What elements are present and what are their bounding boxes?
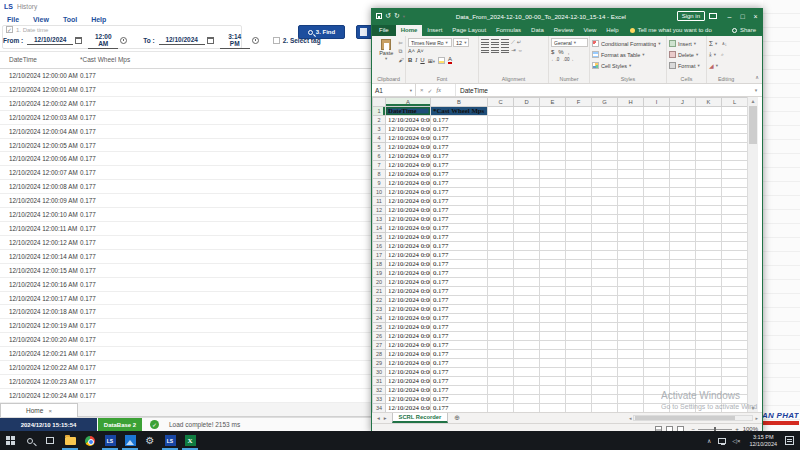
cell[interactable] — [566, 314, 592, 323]
cell[interactable] — [670, 314, 696, 323]
row-header[interactable]: 5 — [373, 143, 386, 152]
cell[interactable] — [644, 332, 670, 341]
row-header[interactable]: 24 — [373, 314, 386, 323]
cell[interactable]: 12/10/2024 0:00 — [386, 323, 431, 332]
cell[interactable] — [592, 107, 618, 116]
cell[interactable] — [722, 206, 748, 215]
cell[interactable]: 12/10/2024 0:00 — [386, 332, 431, 341]
cell[interactable] — [696, 179, 722, 188]
cell[interactable] — [488, 107, 514, 116]
cell[interactable] — [722, 386, 748, 395]
cell[interactable] — [722, 341, 748, 350]
cell[interactable] — [722, 350, 748, 359]
cell[interactable] — [514, 269, 540, 278]
cell[interactable]: 12/10/2024 0:00 — [386, 125, 431, 134]
cell[interactable] — [722, 224, 748, 233]
cell[interactable] — [488, 386, 514, 395]
row-header[interactable]: 17 — [373, 251, 386, 260]
cell[interactable] — [696, 125, 722, 134]
cell[interactable] — [670, 332, 696, 341]
cell[interactable] — [670, 188, 696, 197]
cell[interactable]: 12/10/2024 0:00 — [386, 368, 431, 377]
column-header[interactable]: G — [592, 98, 618, 107]
column-header[interactable]: B — [431, 98, 488, 107]
cell[interactable] — [566, 215, 592, 224]
cell[interactable] — [514, 341, 540, 350]
cell[interactable] — [566, 170, 592, 179]
cell[interactable] — [618, 305, 644, 314]
cell[interactable] — [618, 359, 644, 368]
cell[interactable] — [696, 287, 722, 296]
cell[interactable] — [566, 224, 592, 233]
cell[interactable] — [670, 404, 696, 413]
expand-formula-bar-icon[interactable]: ▾ — [750, 84, 762, 96]
cell[interactable] — [592, 143, 618, 152]
cell[interactable] — [618, 368, 644, 377]
cell[interactable] — [618, 107, 644, 116]
cell[interactable] — [722, 332, 748, 341]
cell[interactable] — [696, 215, 722, 224]
cell[interactable] — [696, 188, 722, 197]
cell[interactable] — [670, 161, 696, 170]
cell[interactable] — [696, 386, 722, 395]
row-header[interactable]: 7 — [373, 161, 386, 170]
cell[interactable] — [488, 116, 514, 125]
cell[interactable] — [514, 377, 540, 386]
cell[interactable] — [592, 233, 618, 242]
align-middle-icon[interactable] — [491, 39, 499, 45]
orientation-icon[interactable]: ⟋ — [511, 39, 515, 46]
menu-help[interactable]: Help — [91, 16, 106, 23]
format-painter-icon[interactable]: 🖌 — [399, 57, 405, 63]
cell[interactable] — [644, 215, 670, 224]
cell[interactable] — [488, 350, 514, 359]
row-header[interactable]: 8 — [373, 170, 386, 179]
cell[interactable]: 0.177 — [431, 323, 488, 332]
cell[interactable] — [722, 251, 748, 260]
cell[interactable]: 12/10/2024 0:00 — [386, 287, 431, 296]
tab-data[interactable]: Data — [526, 25, 549, 36]
row-header[interactable]: 33 — [373, 395, 386, 404]
column-header[interactable]: D — [514, 98, 540, 107]
shrink-font-icon[interactable]: A˅ — [417, 48, 424, 54]
cell[interactable] — [592, 134, 618, 143]
cell[interactable] — [618, 395, 644, 404]
cell[interactable]: 0.177 — [431, 278, 488, 287]
cell[interactable] — [644, 296, 670, 305]
cell[interactable] — [488, 368, 514, 377]
cell[interactable] — [514, 197, 540, 206]
column-header[interactable]: E — [540, 98, 566, 107]
cell[interactable] — [618, 350, 644, 359]
cell[interactable] — [540, 305, 566, 314]
cell[interactable] — [644, 305, 670, 314]
cell[interactable] — [670, 368, 696, 377]
cell[interactable] — [696, 305, 722, 314]
cell[interactable] — [722, 278, 748, 287]
cell[interactable] — [488, 134, 514, 143]
row-header[interactable]: 27 — [373, 341, 386, 350]
sort-filter-icon[interactable]: ᴬ↓ — [722, 41, 727, 47]
scrollbar-thumb[interactable] — [749, 106, 757, 144]
cell[interactable] — [722, 188, 748, 197]
copy-icon[interactable]: ⧉ — [399, 48, 405, 55]
cell[interactable] — [670, 116, 696, 125]
cell[interactable] — [566, 152, 592, 161]
cell[interactable] — [566, 233, 592, 242]
cell[interactable] — [644, 278, 670, 287]
close-button[interactable]: × — [749, 13, 762, 20]
column-header[interactable]: C — [488, 98, 514, 107]
row-header[interactable]: 21 — [373, 287, 386, 296]
cell[interactable] — [540, 377, 566, 386]
cell[interactable]: 12/10/2024 0:00 — [386, 233, 431, 242]
redo-icon[interactable]: ↻ — [394, 12, 400, 20]
cell[interactable] — [644, 224, 670, 233]
cell[interactable] — [722, 368, 748, 377]
tab-help[interactable]: Help — [601, 25, 623, 36]
cell[interactable] — [722, 134, 748, 143]
cell[interactable] — [644, 116, 670, 125]
cell[interactable] — [670, 143, 696, 152]
cell[interactable] — [722, 242, 748, 251]
cell[interactable] — [540, 224, 566, 233]
cell[interactable]: 12/10/2024 0:00 — [386, 242, 431, 251]
row-header[interactable]: 6 — [373, 152, 386, 161]
cell[interactable] — [514, 395, 540, 404]
